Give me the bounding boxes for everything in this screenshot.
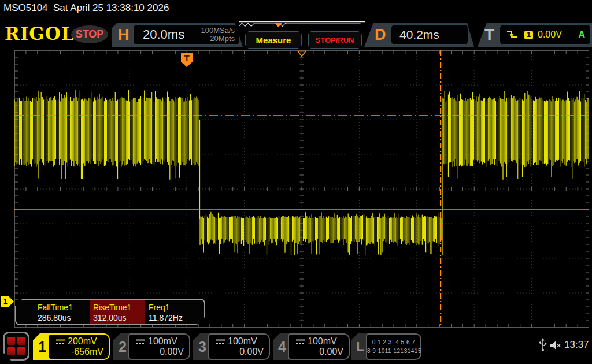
channel-3-offset: 0.00V [239,347,264,357]
menu-button[interactable] [3,332,29,361]
measurement-item-risetime[interactable]: RiseTime1 312.00us [90,300,145,324]
channel-3-readout: 100mV 0.00V [208,333,270,360]
trigger-readout: 1 0.00V A [500,24,591,45]
measurement-item-falltime[interactable]: FallTime1 286.80us [34,300,90,324]
clock-text: 13:37 [564,339,589,351]
logic-row2: 8 9 1011 12131415 [367,347,420,355]
zigzag-pattern [239,23,361,27]
trigger-level-value: 0.00V [538,29,562,40]
ch1-ground-marker[interactable]: 1 [1,296,14,307]
trigger-sweep-mode: A [578,29,590,40]
measurement-value: 286.80us [38,313,90,324]
channel-4-offset: 0.00V [319,347,343,357]
measurement-value: 312.00us [93,313,145,324]
dc-coupling-icon [296,339,305,344]
model-datetime-text: MSO5104 Sat April 25 13:38:10 2026 [3,2,169,14]
dc-coupling-icon [136,339,145,344]
dc-coupling-icon [216,339,225,344]
sample-rate-block: 100MSa/s 20Mpts [201,27,239,43]
horizontal-panel[interactable]: H 20.0ms 100MSa/s 20Mpts [112,23,243,47]
channel-4-scale: 100mV [308,336,337,347]
logic-readout: 0 1 2 3 4 5 6 78 9 1011 12131415 [366,333,421,360]
channel-2-scale: 100mV [148,336,177,347]
horizontal-readout: 20.0ms 100MSa/s 20Mpts [133,24,240,45]
speaker-muted-icon[interactable] [549,340,563,350]
trigger-panel[interactable]: T 1 0.00V A [478,23,592,47]
channel-1-block[interactable]: 1 200mV -656mV [33,333,110,360]
delay-panel[interactable]: D 40.2ms [364,23,474,47]
channel-2-readout: 100mV 0.00V [128,333,190,360]
delay-label: D [375,23,386,47]
delay-value: 40.2ms [399,28,439,42]
dc-coupling-icon [56,339,65,344]
usb-icon [538,338,547,352]
channel-4-readout: 100mV 0.00V [288,333,350,360]
logic-row1: 0 1 2 3 4 5 6 7 [367,338,420,347]
logic-channels-block[interactable]: L 0 1 2 3 4 5 6 78 9 1011 12131415 [351,333,421,360]
trigger-source-badge: 1 [524,31,533,39]
waveform-display[interactable]: T [14,50,589,328]
sample-rate: 100MSa/s [201,26,235,35]
delay-readout: 40.2ms [391,24,468,45]
channel-1-offset: -656mV [71,347,103,357]
measurement-name: RiseTime1 [93,302,145,313]
channel-3-scale: 100mV [228,336,257,347]
stop-run-button[interactable]: STOP/RUN [308,31,362,49]
horizontal-position-indicator[interactable] [239,21,365,29]
timebase-value: 20.0ms [143,27,184,42]
rigol-logo: RIGOL [5,23,75,44]
measurement-item-freq[interactable]: Freq1 11.872Hz [145,300,201,324]
measurement-panel[interactable]: FallTime1 286.80us RiseTime1 312.00us Fr… [15,299,205,325]
channel-2-offset: 0.00V [160,347,184,357]
channel-4-block[interactable]: 4 100mV 0.00V [273,333,350,360]
oscilloscope-screen: { "titlebar": { "model_and_datetime": "M… [0,0,592,364]
run-state-badge[interactable]: STOP [71,25,108,43]
measure-button[interactable]: Measure [245,31,302,49]
memory-depth: 20Mpts [210,34,235,43]
falling-edge-icon [506,30,519,39]
measurement-name: FallTime1 [38,302,90,313]
svg-text:T: T [184,53,189,63]
channel-2-block[interactable]: 2 100mV 0.00V [113,333,190,360]
trigger-label: T [484,23,494,47]
channel-1-scale: 200mV [68,336,97,347]
measurement-value: 11.872Hz [149,313,201,324]
measurement-name: Freq1 [149,302,201,313]
menu-grid-icon [7,337,25,355]
channel-1-readout: 200mV -656mV [48,333,110,360]
channel-3-block[interactable]: 3 100mV 0.00V [193,333,270,360]
horizontal-label: H [118,23,130,47]
